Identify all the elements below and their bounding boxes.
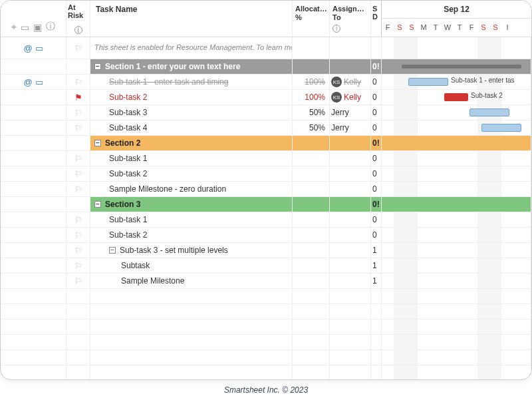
flag-icon[interactable]: ⚐ xyxy=(74,246,82,256)
empty-row[interactable] xyxy=(1,304,531,319)
task-name-cell[interactable]: −Section 3 xyxy=(90,197,293,212)
gantt-cell[interactable]: Sub-task 1 - enter tas xyxy=(382,75,531,89)
assigned-to-cell[interactable] xyxy=(330,228,371,242)
task-row[interactable]: ⚐Sample Milestone - zero duration0 xyxy=(1,182,531,197)
flag-icon[interactable]: ⚐ xyxy=(74,261,82,271)
allocation-cell[interactable] xyxy=(293,197,330,212)
assigned-to-cell[interactable] xyxy=(330,319,371,334)
task-name-cell[interactable]: Sample Milestone - zero duration xyxy=(90,182,293,196)
start-date-cell[interactable]: 0 xyxy=(371,228,382,242)
assigned-to-cell[interactable] xyxy=(330,274,371,288)
section-row[interactable]: ■−Section 20! xyxy=(1,136,531,151)
gantt-cell[interactable] xyxy=(382,37,531,59)
section-row[interactable]: ■−Section 1 - enter your own text here0! xyxy=(1,59,531,75)
at-risk-cell[interactable]: ⚑ xyxy=(66,90,90,104)
assigned-to-cell[interactable] xyxy=(330,197,371,212)
assigned-to-cell[interactable] xyxy=(330,59,371,74)
assigned-to-cell[interactable] xyxy=(330,304,371,319)
allocation-cell[interactable] xyxy=(293,212,330,227)
allocation-cell[interactable] xyxy=(293,319,330,334)
gantt-cell[interactable] xyxy=(382,136,531,150)
collapse-toggle[interactable]: − xyxy=(94,63,101,70)
task-row[interactable]: ⚐Sub-task 20 xyxy=(1,166,531,182)
allocation-cell[interactable] xyxy=(293,274,330,288)
gantt-cell[interactable] xyxy=(382,166,531,181)
task-name-cell[interactable] xyxy=(90,335,293,349)
empty-row[interactable] xyxy=(1,350,531,365)
assigned-to-cell[interactable] xyxy=(330,258,371,273)
assigned-to-cell[interactable] xyxy=(330,289,371,303)
start-date-cell[interactable]: 1 xyxy=(371,243,382,258)
flag-icon[interactable]: ⚐ xyxy=(74,43,82,53)
flag-icon[interactable]: ⚐ xyxy=(74,123,82,133)
flag-icon[interactable]: ⚐ xyxy=(74,169,82,179)
flag-icon[interactable]: ■ xyxy=(76,138,81,148)
allocation-cell[interactable] xyxy=(293,304,330,319)
allocation-cell[interactable] xyxy=(293,350,330,365)
allocation-cell[interactable] xyxy=(293,166,330,181)
gantt-cell[interactable] xyxy=(382,335,531,349)
task-row[interactable]: @▭⚐Sub-task 1 - enter task and timing100… xyxy=(1,75,531,90)
task-row[interactable]: ⚐Sub-task 450%Jerry0 xyxy=(1,120,531,136)
col-header-start-date[interactable]: S D xyxy=(371,1,382,37)
start-date-cell[interactable]: 0 xyxy=(371,105,382,120)
gantt-cell[interactable] xyxy=(382,197,531,212)
task-name-cell[interactable] xyxy=(90,319,293,334)
start-date-cell[interactable]: 1 xyxy=(371,274,382,288)
start-date-cell[interactable]: 0 xyxy=(371,151,382,166)
flag-icon[interactable]: ■ xyxy=(76,62,81,72)
gantt-bar[interactable] xyxy=(408,78,448,86)
task-row[interactable]: ⚐Sub-task 20 xyxy=(1,228,531,243)
start-date-cell[interactable] xyxy=(371,289,382,303)
allocation-cell[interactable]: 100% xyxy=(293,75,330,89)
start-date-cell[interactable] xyxy=(371,365,382,380)
start-date-cell[interactable] xyxy=(371,304,382,319)
assigned-to-cell[interactable] xyxy=(330,335,371,349)
gantt-cell[interactable]: Sub-task 2 xyxy=(382,90,531,104)
start-date-cell[interactable]: 0! xyxy=(371,59,382,74)
gantt-summary-bar[interactable] xyxy=(402,65,521,69)
comment-icon[interactable]: ▭ xyxy=(35,77,43,87)
task-name-cell[interactable]: Sample Milestone xyxy=(90,274,293,288)
assigned-to-cell[interactable]: Jerry xyxy=(330,105,371,120)
at-risk-cell[interactable] xyxy=(66,335,90,349)
task-name-cell[interactable]: Sub-task 2 xyxy=(90,166,293,181)
task-name-cell[interactable]: Sub-task 1 xyxy=(90,212,293,227)
assigned-to-cell[interactable] xyxy=(330,151,371,166)
allocation-cell[interactable] xyxy=(293,365,330,380)
task-name-cell[interactable]: Sub-task 2 xyxy=(90,228,293,242)
gantt-bar[interactable] xyxy=(469,108,509,116)
task-name-cell[interactable]: Sub-task 2 xyxy=(90,90,293,104)
task-row[interactable]: ⚐Subtask1 xyxy=(1,258,531,274)
assigned-to-cell[interactable] xyxy=(330,136,371,150)
flag-icon[interactable]: ⚐ xyxy=(74,184,82,194)
allocation-cell[interactable] xyxy=(293,258,330,273)
col-header-allocation[interactable]: Allocat… % xyxy=(293,1,330,37)
gantt-cell[interactable] xyxy=(382,228,531,242)
assigned-to-cell[interactable] xyxy=(330,243,371,258)
attachment-icon[interactable]: @ xyxy=(23,77,32,87)
allocation-cell[interactable] xyxy=(293,289,330,303)
flag-icon[interactable]: ⚐ xyxy=(74,276,82,286)
task-name-cell[interactable]: Sub-task 3 xyxy=(90,105,293,120)
col-header-at-risk[interactable]: At Risk i xyxy=(66,1,90,37)
at-risk-cell[interactable]: ⚐ xyxy=(66,274,90,288)
allocation-cell[interactable] xyxy=(293,228,330,242)
task-row[interactable]: ⚐Sub-task 10 xyxy=(1,151,531,166)
task-row[interactable]: ⚐Sub-task 10 xyxy=(1,212,531,228)
start-date-cell[interactable] xyxy=(371,350,382,365)
section-row[interactable]: ■−Section 30! xyxy=(1,197,531,212)
flag-icon[interactable]: ⚐ xyxy=(74,77,82,87)
start-date-cell[interactable]: 0! xyxy=(371,136,382,150)
gantt-cell[interactable] xyxy=(382,151,531,166)
gantt-cell[interactable] xyxy=(382,243,531,258)
at-risk-cell[interactable]: ⚐ xyxy=(66,105,90,120)
gantt-bar[interactable] xyxy=(481,124,521,132)
task-name-cell[interactable] xyxy=(90,289,293,303)
allocation-cell[interactable] xyxy=(293,136,330,150)
task-row[interactable]: ⚑Sub-task 2100%KSKelly0Sub-task 2 xyxy=(1,90,531,105)
attachment-icon[interactable]: @ xyxy=(23,43,32,53)
at-risk-cell[interactable]: ⚐ xyxy=(66,75,90,89)
at-risk-cell[interactable] xyxy=(66,350,90,365)
assigned-to-cell[interactable] xyxy=(330,365,371,380)
